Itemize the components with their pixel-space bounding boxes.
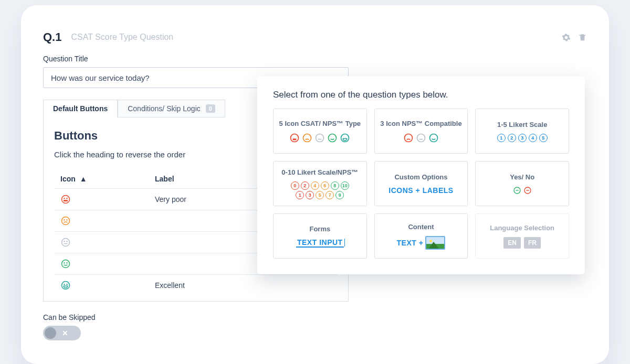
option-forms[interactable]: Forms TEXT INPUT bbox=[273, 213, 367, 259]
svg-point-18 bbox=[329, 134, 337, 142]
face-sad-icon bbox=[60, 216, 71, 226]
option-graphic bbox=[289, 133, 350, 143]
svg-point-16 bbox=[303, 134, 311, 142]
option-5-icon-csat[interactable]: 5 Icon CSAT/ NPS™ Type bbox=[273, 109, 367, 154]
skip-toggle[interactable]: ✕ bbox=[43, 326, 81, 340]
trash-icon[interactable] bbox=[578, 33, 587, 42]
num-5-icon: 5 bbox=[539, 134, 548, 142]
question-type-label: CSAT Score Type Question bbox=[71, 33, 173, 42]
image-placeholder-icon bbox=[425, 236, 445, 250]
svg-point-15 bbox=[291, 134, 299, 142]
num-5-icon: 5 bbox=[316, 191, 324, 199]
svg-point-0 bbox=[62, 196, 70, 204]
face-angry-icon bbox=[60, 194, 71, 205]
num-7-icon: 7 bbox=[326, 191, 334, 199]
face-neutral-icon bbox=[314, 133, 325, 143]
skip-section: Can be Skipped ✕ bbox=[43, 313, 587, 340]
svg-point-6 bbox=[62, 239, 70, 247]
option-custom[interactable]: Custom Options ICONS + LABELS bbox=[374, 161, 468, 206]
svg-point-17 bbox=[316, 134, 324, 142]
option-graphic: 0 2 4 6 8 10 1 3 5 7 9 bbox=[291, 181, 349, 199]
question-number: Q.1 bbox=[43, 30, 61, 44]
option-graphic: TEXT INPUT bbox=[296, 238, 344, 248]
num-2-icon: 2 bbox=[301, 181, 309, 190]
sort-asc-icon: ▲ bbox=[80, 175, 87, 183]
svg-point-3 bbox=[62, 217, 70, 225]
option-graphic bbox=[513, 186, 532, 195]
option-language-selection: Language Selection EN FR bbox=[475, 213, 569, 259]
option-title: Language Selection bbox=[490, 224, 554, 232]
face-sad-icon bbox=[302, 133, 312, 143]
yes-icon bbox=[513, 186, 521, 195]
content-text-label: TEXT + bbox=[397, 239, 424, 247]
tab-conditions-label: Conditions/ Skip Logic bbox=[128, 104, 201, 113]
num-9-icon: 9 bbox=[335, 191, 344, 199]
skip-label: Can be Skipped bbox=[43, 313, 587, 322]
face-neutral-icon bbox=[60, 237, 71, 248]
option-graphic bbox=[403, 133, 439, 143]
header-actions bbox=[562, 33, 587, 42]
option-title: Content bbox=[408, 223, 434, 231]
face-angry-icon bbox=[289, 133, 300, 143]
table-row[interactable]: Excellent bbox=[54, 275, 338, 296]
chooser-title: Select from one of the question types be… bbox=[273, 90, 569, 100]
svg-point-8 bbox=[67, 241, 67, 242]
question-header-row: Q.1 CSAT Score Type Question bbox=[43, 30, 587, 44]
option-title: Yes/ No bbox=[510, 173, 534, 181]
option-graphic: ICONS + LABELS bbox=[388, 186, 453, 195]
chooser-grid: 5 Icon CSAT/ NPS™ Type 3 Icon NPS™ Compa… bbox=[273, 109, 569, 259]
toggle-x-icon: ✕ bbox=[62, 329, 68, 337]
svg-point-7 bbox=[64, 241, 65, 242]
option-graphic: 1 2 3 4 5 bbox=[497, 134, 548, 142]
col-label-label: Label bbox=[155, 175, 174, 183]
num-1-icon: 1 bbox=[296, 191, 304, 199]
num-1-icon: 1 bbox=[497, 134, 506, 142]
option-title: 0-10 Likert Scale/NPS™ bbox=[281, 168, 358, 176]
face-neutral-icon bbox=[416, 133, 426, 143]
gear-icon[interactable] bbox=[562, 33, 571, 42]
row-label: Excellent bbox=[149, 275, 338, 296]
num-3-icon: 3 bbox=[518, 134, 527, 142]
lang-en-chip: EN bbox=[503, 237, 521, 249]
face-happy-icon bbox=[327, 133, 338, 143]
toggle-knob bbox=[45, 327, 56, 339]
no-icon bbox=[523, 186, 532, 195]
question-title-label: Question Title bbox=[43, 55, 587, 63]
num-10-icon: 10 bbox=[341, 181, 349, 190]
svg-point-13 bbox=[64, 284, 65, 285]
option-title: 3 Icon NPS™ Compatible bbox=[380, 120, 461, 127]
option-title: 1-5 Likert Scale bbox=[497, 121, 547, 129]
num-2-icon: 2 bbox=[508, 134, 516, 142]
face-happy-icon bbox=[428, 133, 439, 143]
option-likert-1-5[interactable]: 1-5 Likert Scale 1 2 3 4 5 bbox=[475, 109, 569, 154]
tab-conditions[interactable]: Conditions/ Skip Logic 0 bbox=[118, 100, 225, 117]
svg-point-14 bbox=[67, 284, 67, 285]
num-0-icon: 0 bbox=[291, 181, 299, 190]
option-content[interactable]: Content TEXT + bbox=[374, 213, 468, 259]
option-3-icon-nps[interactable]: 3 Icon NPS™ Compatible bbox=[374, 109, 468, 154]
num-4-icon: 4 bbox=[311, 181, 319, 190]
option-likert-0-10[interactable]: 0-10 Likert Scale/NPS™ 0 2 4 6 8 10 1 3 … bbox=[273, 161, 367, 206]
svg-point-5 bbox=[67, 220, 67, 220]
question-type-chooser: Select from one of the question types be… bbox=[257, 76, 585, 274]
option-title: 5 Icon CSAT/ NPS™ Type bbox=[279, 120, 361, 127]
svg-point-9 bbox=[62, 260, 70, 268]
option-title: Custom Options bbox=[394, 173, 447, 181]
face-excellent-icon bbox=[60, 280, 71, 291]
option-graphic: TEXT + bbox=[397, 236, 446, 250]
option-graphic: EN FR bbox=[503, 237, 541, 249]
lang-fr-chip: FR bbox=[524, 237, 541, 249]
face-excellent-icon bbox=[340, 133, 350, 143]
svg-point-11 bbox=[67, 263, 67, 263]
face-sad-icon bbox=[403, 133, 414, 143]
svg-point-21 bbox=[417, 134, 425, 142]
num-4-icon: 4 bbox=[529, 134, 537, 142]
svg-point-2 bbox=[67, 198, 67, 199]
col-icon-label: Icon bbox=[60, 175, 76, 183]
col-icon-header[interactable]: Icon ▲ bbox=[54, 169, 149, 189]
tab-default-buttons[interactable]: Default Buttons bbox=[43, 100, 118, 117]
conditions-count-badge: 0 bbox=[206, 104, 215, 113]
svg-point-10 bbox=[64, 263, 65, 263]
option-yes-no[interactable]: Yes/ No bbox=[475, 161, 569, 206]
option-title: Forms bbox=[309, 225, 330, 233]
